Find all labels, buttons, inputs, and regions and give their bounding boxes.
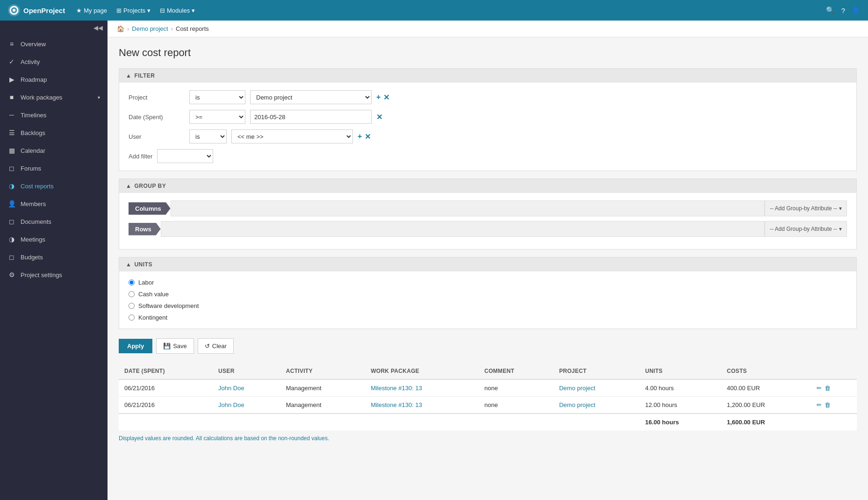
delete-icon[interactable]: 🗑: [825, 385, 831, 392]
filter-val-project-select[interactable]: Demo project: [250, 90, 372, 104]
cell-project[interactable]: Demo project: [553, 397, 639, 414]
filter-op-date-select[interactable]: >= <= is between: [189, 110, 245, 124]
filter-add-user[interactable]: +: [358, 132, 362, 141]
filter-remove-user[interactable]: ✕: [365, 132, 371, 141]
clear-button[interactable]: ↺ Clear: [198, 338, 234, 354]
cell-work-package[interactable]: Milestone #130: 13: [365, 379, 479, 397]
unit-label-cash-value: Cash value: [138, 291, 169, 298]
cell-user[interactable]: John Doe: [213, 397, 280, 414]
unit-radio-labor[interactable]: [129, 279, 135, 286]
user-link[interactable]: John Doe: [218, 401, 244, 408]
sidebar-collapse-button[interactable]: ◀◀: [0, 21, 108, 35]
project-link[interactable]: Demo project: [559, 385, 595, 392]
groupby-columns-add[interactable]: -- Add Group-by Attribute -- ▾: [765, 200, 847, 216]
user-link[interactable]: John Doe: [218, 385, 244, 392]
chevron-down-icon: ▾: [839, 205, 842, 212]
sidebar-item-project-settings[interactable]: ⚙ Project settings: [0, 266, 108, 284]
add-filter-select-wrapper[interactable]: [157, 149, 213, 163]
wp-link[interactable]: Milestone #130: 13: [371, 385, 422, 392]
help-icon[interactable]: ?: [841, 7, 845, 14]
cell-user[interactable]: John Doe: [213, 379, 280, 397]
star-icon: ★: [76, 7, 82, 14]
filter-val-user[interactable]: << me >>: [231, 129, 353, 143]
sidebar-item-activity[interactable]: ✓ Activity: [0, 53, 108, 71]
filter-add-project[interactable]: +: [376, 93, 380, 101]
nav-projects[interactable]: ⊞ Projects ▾: [116, 7, 151, 14]
sidebar-item-timelines[interactable]: ─ Timelines: [0, 106, 108, 124]
sidebar-icon-meetings: ◑: [7, 236, 16, 243]
delete-icon[interactable]: 🗑: [825, 401, 831, 408]
sidebar-item-members[interactable]: 👤 Members: [0, 195, 108, 213]
grid-icon: ⊞: [116, 7, 122, 14]
breadcrumb-project[interactable]: Demo project: [132, 25, 168, 32]
edit-icon[interactable]: ✏: [817, 385, 822, 392]
cell-costs: 1,200.00 EUR: [721, 397, 811, 414]
table-header-project: PROJECT: [553, 363, 639, 379]
filter-row-date: Date (Spent) >= <= is between: [129, 110, 847, 124]
sidebar-item-overview[interactable]: ≡ Overview: [0, 35, 108, 53]
apply-button[interactable]: Apply: [119, 339, 152, 353]
filter-val-date[interactable]: [250, 110, 372, 124]
filter-section-header[interactable]: ▲ FILTER: [119, 69, 856, 83]
app-logo[interactable]: OpenProject: [7, 4, 65, 17]
sidebar-label-activity: Activity: [21, 58, 40, 65]
sidebar-item-forums[interactable]: ◻ Forums: [0, 159, 108, 177]
groupby-section-header[interactable]: ▲ GROUP BY: [119, 179, 856, 193]
home-link[interactable]: 🏠: [117, 25, 124, 32]
sidebar-item-work-packages[interactable]: ■ Work packages ▾: [0, 88, 108, 106]
nav-my-page[interactable]: ★ My page: [76, 7, 107, 14]
save-icon: 💾: [163, 343, 171, 350]
breadcrumb-sep1: ›: [127, 25, 129, 32]
sidebar-label-meetings: Meetings: [21, 236, 45, 243]
groupby-section-title: GROUP BY: [134, 183, 166, 189]
filter-remove-project[interactable]: ✕: [383, 93, 389, 102]
results-table: DATE (SPENT)USERACTIVITYWORK PACKAGECOMM…: [119, 363, 857, 430]
units-section-header[interactable]: ▲ UNITS: [119, 257, 856, 271]
unit-item-cash-value: Cash value: [129, 291, 847, 298]
sidebar-item-roadmap[interactable]: ▶ Roadmap: [0, 71, 108, 88]
cell-work-package[interactable]: Milestone #130: 13: [365, 397, 479, 414]
sidebar-item-cost-reports[interactable]: ◑ Cost reports: [0, 177, 108, 195]
unit-radio-software-dev[interactable]: [129, 303, 135, 309]
cell-costs: 400.00 EUR: [721, 379, 811, 397]
filter-op-project[interactable]: is is not: [189, 90, 245, 104]
sidebar-item-budgets[interactable]: ◻ Budgets: [0, 248, 108, 266]
unit-radio-cash-value[interactable]: [129, 291, 135, 297]
cell-actions: ✏ 🗑: [811, 397, 857, 414]
groupby-columns-line: [171, 200, 765, 216]
sidebar-label-documents: Documents: [21, 218, 51, 225]
groupby-rows-tag: Rows: [129, 223, 161, 236]
filter-op-date[interactable]: >= <= is between: [189, 110, 245, 124]
sidebar-label-work-packages: Work packages: [21, 94, 62, 101]
units-collapse-icon: ▲: [126, 261, 131, 268]
cell-project[interactable]: Demo project: [553, 379, 639, 397]
sidebar-icon-members: 👤: [7, 200, 16, 207]
unit-radio-kontingent[interactable]: [129, 314, 135, 321]
chevron-down-icon: ▾: [192, 7, 195, 14]
edit-icon[interactable]: ✏: [817, 401, 822, 408]
units-list: Labor Cash value Software development Ko…: [129, 279, 847, 321]
filter-val-user-select[interactable]: << me >>: [231, 129, 353, 143]
page-body: New cost report ▲ FILTER Project is is n…: [108, 37, 868, 451]
project-link[interactable]: Demo project: [559, 401, 595, 408]
table-header-comment: COMMENT: [479, 363, 553, 379]
filter-val-project[interactable]: Demo project: [250, 90, 372, 104]
save-button[interactable]: 💾 Save: [156, 338, 194, 354]
filter-val-date-input[interactable]: [250, 110, 372, 124]
sidebar-item-calendar[interactable]: ▦ Calendar: [0, 142, 108, 159]
table-header-activity: ACTIVITY: [280, 363, 365, 379]
user-icon[interactable]: 👤: [852, 6, 861, 14]
filter-remove-date[interactable]: ✕: [376, 113, 382, 121]
filter-op-user-select[interactable]: is is not: [189, 129, 227, 143]
filter-op-project-select[interactable]: is is not: [189, 90, 245, 104]
search-icon[interactable]: 🔍: [826, 6, 835, 14]
wp-link[interactable]: Milestone #130: 13: [371, 401, 422, 408]
filter-op-user[interactable]: is is not: [189, 129, 227, 143]
sidebar-item-documents[interactable]: ◻ Documents: [0, 213, 108, 230]
nav-modules[interactable]: ⊟ Modules ▾: [160, 7, 195, 14]
sidebar-item-meetings[interactable]: ◑ Meetings: [0, 230, 108, 248]
add-filter-select[interactable]: [157, 149, 213, 163]
groupby-rows-add[interactable]: -- Add Group-by Attribute -- ▾: [765, 221, 847, 237]
sidebar-item-backlogs[interactable]: ☰ Backlogs: [0, 124, 108, 142]
groupby-columns-label: Columns: [135, 205, 161, 212]
